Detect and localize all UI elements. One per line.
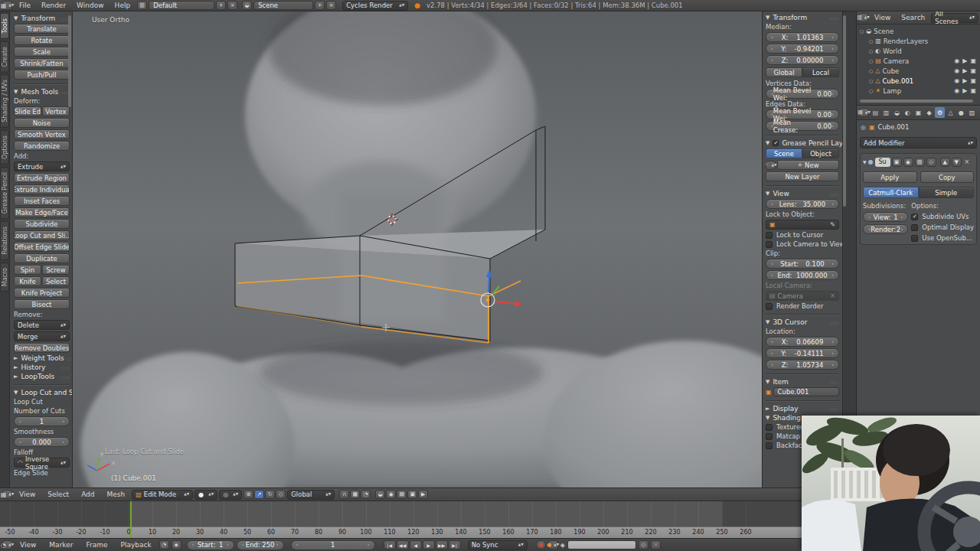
menu-help[interactable]: Help [109,2,136,9]
tool-screw[interactable]: Screw [42,265,70,275]
lock-camera-to-view[interactable]: Lock Camera to View [766,240,839,248]
properties-tab-render-layers[interactable]: ▥ [881,107,891,118]
shelf-tab-tools[interactable]: Tools [0,13,9,39]
view-subdivisions-field[interactable]: ‹View:1› [863,212,908,222]
draw-mode-dropdown[interactable]: ✎▲▼ [766,161,776,170]
increment-icon[interactable]: › [831,261,834,267]
timeline-editor[interactable]: -50-40-30-20-100102030405060708090100110… [0,501,856,538]
play-button[interactable]: ▶ [423,540,435,549]
tool-rotate[interactable]: Rotate [14,35,70,45]
menu-render[interactable]: Render [36,2,71,9]
keying-set-field[interactable] [567,540,636,549]
decrement-icon[interactable]: ‹ [771,261,773,267]
increment-icon[interactable]: › [368,542,370,548]
viewport-menu-add[interactable]: Add [76,491,100,498]
shelf-tab-options[interactable]: Options [0,130,9,165]
lens-field[interactable]: ‹Lens:35.000› [766,199,839,209]
tool-smooth-vertex[interactable]: Smooth Vertex [14,129,70,139]
local-camera-field[interactable]: ▤Camera× [766,291,839,301]
median-y-field[interactable]: ‹Y:-0.94201› [766,44,839,54]
properties-tab-world[interactable]: ◐ [903,107,913,118]
record-button[interactable]: ● [536,540,546,549]
sync-select[interactable]: No Sync▲▼ [468,540,528,550]
decrement-icon[interactable]: ‹ [771,34,773,41]
panel-looptools[interactable]: ►LoopTools:::: [14,373,70,380]
smoothness-field[interactable]: ‹0.000› [14,437,70,447]
jump-to-start-button[interactable]: |◀ [384,540,396,549]
tool-extrude-individual[interactable]: Extrude Individual [14,184,70,194]
timeline-menu-frame[interactable]: Frame [80,541,113,549]
viewport-menu-mesh[interactable]: Mesh [102,491,131,498]
expand-dot-icon[interactable]: ○ [869,68,873,73]
tool-spin[interactable]: Spin [14,265,41,275]
panel-weight-tools[interactable]: ►Weight Tools:::: [14,354,70,362]
delete-keyframe-button[interactable]: × [651,540,661,549]
renderability-icon[interactable]: ▣ [970,87,976,94]
merge-dropdown[interactable]: Merge▲▼ [14,331,70,341]
tool-loop-cut-and-sli...[interactable]: Loop Cut and Sli... [14,230,70,240]
operator-panel-header[interactable]: ▼Loop Cut and Slid:::: [14,389,70,396]
pin-icon[interactable]: ◎ [861,124,866,131]
mesh-tools-panel-header[interactable]: ▼Mesh Tools:::: [14,88,70,96]
render-subdivisions-field[interactable]: ‹Render:2› [863,224,908,234]
play-reverse-button[interactable]: ◀ [410,540,422,549]
preview-range-icon[interactable]: ◔ [159,540,169,549]
increment-icon[interactable]: › [900,227,903,233]
decrement-icon[interactable]: ‹ [771,350,773,357]
tool-offset-edge-slide[interactable]: Offset Edge Slide [14,242,70,252]
clip-start-field[interactable]: ‹Start:0.100› [766,259,839,269]
properties-tab-scene[interactable]: ◒ [892,107,902,118]
manipulator-axis-icon[interactable]: ⊕ [243,490,253,499]
decrement-icon[interactable]: ‹ [771,46,773,52]
opengl-anim-icon[interactable]: ▶ [418,490,428,499]
layout-close-button[interactable]: × [227,1,237,10]
toolshelf-scrollbar[interactable] [68,15,71,107]
increment-icon[interactable]: › [831,112,834,118]
transform-panel-header[interactable]: ▼Transform:::: [14,15,70,22]
editor-type-icon[interactable]: ◔▲▼ [2,540,12,549]
decrement-icon[interactable]: ‹ [192,542,194,548]
timeline-menu-playback[interactable]: Playback [116,541,157,549]
increment-icon[interactable]: › [831,272,834,279]
expand-dot-icon[interactable]: ○ [869,88,873,93]
magnet-icon[interactable]: ∩ [339,490,349,499]
tool-vertex[interactable]: Vertex [42,106,70,116]
editor-type-icon[interactable]: ▤▲▼ [859,108,869,117]
current-frame-line[interactable] [130,501,132,538]
shading-textured-solid-box[interactable] [766,424,773,431]
properties-tab-object[interactable]: ▣ [913,107,923,118]
tool-scale[interactable]: Scale [14,47,70,57]
expand-dot-icon[interactable]: ○ [869,78,873,83]
npanel-transform-header[interactable]: ▼Transform:::: [766,14,839,21]
catmull-clark-button[interactable]: Catmull-Clark [863,187,919,198]
editor-type-icon[interactable]: ▦▲▼ [2,490,12,499]
mean-crease-field[interactable]: ‹Mean Crease:0.00› [766,121,839,131]
editmode-visibility-toggle[interactable]: ▧ [915,158,925,167]
insert-keyframe-button[interactable]: ◇ [639,540,648,549]
properties-tab-constraints[interactable]: ◆ [924,107,934,118]
properties-tab-render[interactable]: ▤ [871,107,880,118]
lock-to-cursor[interactable]: Lock to Cursor [766,231,839,239]
option-subdivide-uvs[interactable]: ✓Subdivide UVs [911,213,974,220]
opengl-render-icon[interactable]: ▣ [407,490,417,499]
move-down-button[interactable]: ▼ [952,158,962,167]
outliner-row-scene[interactable]: ○◒Scene [860,26,978,36]
tool-knife-project[interactable]: Knife Project [14,288,70,298]
tool-bisect[interactable]: Bisect [14,299,70,309]
tool-extrude-region[interactable]: Extrude Region [14,173,70,183]
outliner-menu-search[interactable]: Search [896,14,930,21]
visibility-eye-icon[interactable]: ◉ [954,67,959,74]
tool-push-pull[interactable]: Push/Pull [14,70,70,80]
timeline-menu-view[interactable]: View [15,541,41,549]
render-border-box[interactable] [766,303,773,310]
manipulator-scale-icon[interactable]: ◇ [276,490,286,499]
tool-translate[interactable]: Translate [14,24,70,34]
shelf-tab-create[interactable]: Create [0,41,9,73]
mode-select[interactable]: ▧Edit Mode▲▼ [132,490,193,500]
increment-icon[interactable]: › [276,542,279,548]
median-x-field[interactable]: ‹X:1.01363› [766,32,839,42]
increment-icon[interactable]: › [831,34,834,41]
increment-icon[interactable]: › [62,419,64,425]
layout-add-button[interactable]: + [216,1,226,10]
properties-tab-texture[interactable]: ▨ [967,107,977,118]
